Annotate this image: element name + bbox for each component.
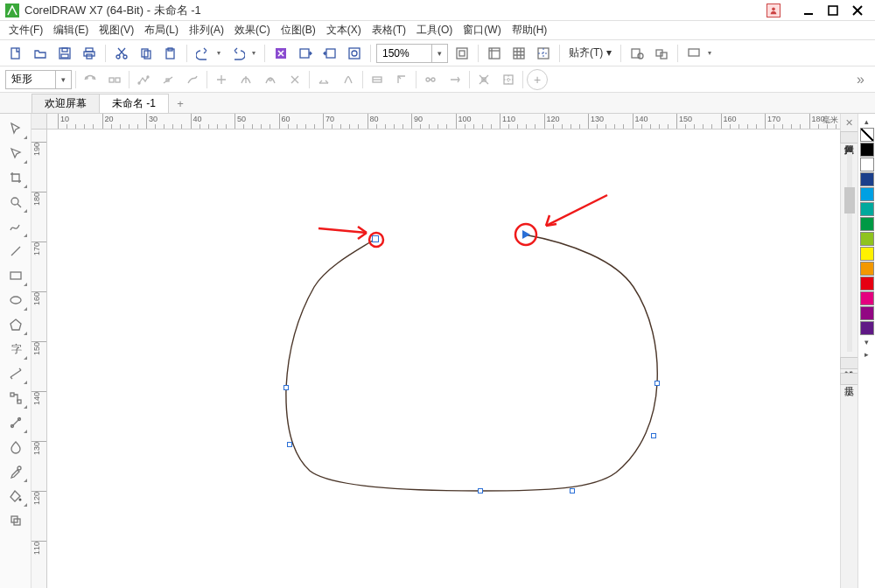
pick-tool[interactable] [4, 117, 28, 140]
prop-btn-6[interactable] [211, 69, 232, 90]
search-content-button[interactable] [270, 43, 291, 64]
curve-node[interactable] [651, 433, 656, 438]
prop-btn-14[interactable] [420, 69, 441, 90]
account-icon[interactable] [766, 4, 780, 18]
zoom-tool[interactable] [4, 191, 28, 214]
shape-preset-combo[interactable]: ▾ [5, 70, 72, 89]
prop-btn-10[interactable] [313, 69, 334, 90]
curve-node[interactable] [287, 442, 292, 447]
options-button[interactable] [626, 43, 648, 64]
palette-scroll-up[interactable]: ▴ [860, 116, 874, 128]
paste-button[interactable] [160, 43, 181, 64]
ruler-origin[interactable] [32, 114, 47, 130]
prop-btn-7[interactable] [235, 69, 256, 90]
freehand-tool[interactable] [4, 215, 28, 238]
docker-tab-hints[interactable]: 提示 [840, 373, 858, 385]
docker-tab-object-properties[interactable]: 对象属性 [840, 131, 858, 144]
menu-table[interactable]: 表格(T) [367, 21, 411, 39]
swatch-none[interactable] [860, 128, 874, 142]
fullscreen-preview-button[interactable] [452, 43, 472, 64]
interactive-tool[interactable] [4, 411, 28, 434]
redo-dropdown[interactable]: ▾ [252, 49, 259, 57]
prop-btn-1[interactable] [80, 69, 101, 90]
swatch[interactable] [860, 247, 874, 261]
menu-text[interactable]: 文本(X) [321, 21, 367, 39]
node-end-right-arrowhead[interactable] [522, 230, 530, 239]
swatch[interactable] [860, 187, 874, 201]
show-grid-button[interactable] [508, 43, 529, 64]
transparency-tool[interactable] [4, 436, 28, 458]
open-button[interactable] [30, 43, 51, 64]
docker-scroll-track[interactable] [847, 152, 852, 352]
swatch[interactable] [860, 291, 874, 305]
cut-button[interactable] [111, 43, 132, 64]
print-button[interactable] [79, 43, 100, 64]
palette-flyout[interactable]: ▸ [860, 348, 874, 360]
palette-scroll-down[interactable]: ▾ [860, 336, 874, 348]
undo-dropdown[interactable]: ▾ [217, 49, 224, 57]
canvas[interactable] [47, 130, 840, 588]
show-rulers-button[interactable] [484, 43, 505, 64]
zoom-dropdown[interactable]: ▾ [431, 45, 447, 62]
swatch[interactable] [860, 321, 874, 335]
curve-node[interactable] [284, 385, 289, 390]
copy-button[interactable] [136, 43, 157, 64]
prop-overflow[interactable]: » [851, 72, 870, 88]
interactive-fill-tool[interactable] [4, 485, 28, 508]
shape-tool[interactable] [4, 142, 28, 164]
ruler-vertical[interactable]: 190180170160150140130120110 [32, 130, 47, 588]
crop-tool[interactable] [4, 166, 28, 189]
customize-toolbar-button[interactable] [683, 43, 704, 64]
new-tab-button[interactable]: + [172, 94, 189, 112]
prop-add-button[interactable]: + [527, 69, 548, 90]
menu-file[interactable]: 文件(F) [4, 21, 48, 39]
new-button[interactable] [5, 43, 26, 64]
publish-pdf-button[interactable] [344, 43, 365, 64]
prop-btn-3[interactable] [133, 69, 154, 90]
prop-btn-5[interactable] [182, 69, 203, 90]
prop-btn-15[interactable] [444, 69, 466, 90]
curve-node[interactable] [478, 488, 483, 494]
menu-help[interactable]: 帮助(H) [507, 21, 553, 39]
app-launcher-button[interactable] [651, 43, 672, 64]
polygon-tool[interactable] [4, 313, 28, 336]
swatch[interactable] [860, 306, 874, 320]
prop-btn-11[interactable] [338, 69, 359, 90]
drawn-curve[interactable] [286, 234, 657, 491]
save-button[interactable] [54, 43, 75, 64]
undo-button[interactable] [192, 43, 214, 64]
connector-tool[interactable] [4, 387, 28, 410]
swatch[interactable] [860, 262, 874, 276]
tab-doc1[interactable]: 未命名 -1 [99, 94, 169, 113]
swatch[interactable] [860, 276, 874, 290]
docker-scroll-thumb[interactable] [844, 187, 855, 214]
swatch[interactable] [860, 172, 874, 186]
show-guides-button[interactable] [533, 43, 554, 64]
maximize-button[interactable] [821, 2, 845, 19]
prop-btn-13[interactable] [391, 69, 412, 90]
prop-btn-8[interactable] [260, 69, 281, 90]
menu-layout[interactable]: 布局(L) [139, 21, 184, 39]
import-button[interactable] [295, 43, 316, 64]
docker-close-icon[interactable]: ✕ [843, 116, 857, 130]
curve-node[interactable] [654, 381, 660, 386]
swatch[interactable] [860, 232, 874, 246]
menu-bitmaps[interactable]: 位图(B) [276, 21, 321, 39]
menu-edit[interactable]: 编辑(E) [48, 21, 94, 39]
snap-dropdown[interactable]: 贴齐(T) ▾ [565, 46, 615, 60]
zoom-combo[interactable]: ▾ [376, 44, 448, 63]
shape-preset-dropdown[interactable]: ▾ [55, 71, 71, 88]
menu-view[interactable]: 视图(V) [94, 21, 139, 39]
parallel-dim-tool[interactable] [4, 362, 28, 385]
tab-welcome[interactable]: 欢迎屏幕 [32, 94, 100, 113]
prop-btn-2[interactable] [104, 69, 125, 90]
shape-preset-input[interactable] [6, 71, 55, 88]
minimize-button[interactable] [796, 2, 821, 19]
ellipse-tool[interactable] [4, 289, 28, 312]
prop-btn-17[interactable] [498, 69, 519, 90]
menu-effects[interactable]: 效果(C) [229, 21, 276, 39]
text-tool[interactable]: 字 [4, 338, 28, 360]
prop-btn-4[interactable] [158, 69, 178, 90]
close-button[interactable] [845, 2, 870, 19]
customize-dropdown[interactable]: ▾ [708, 49, 715, 57]
